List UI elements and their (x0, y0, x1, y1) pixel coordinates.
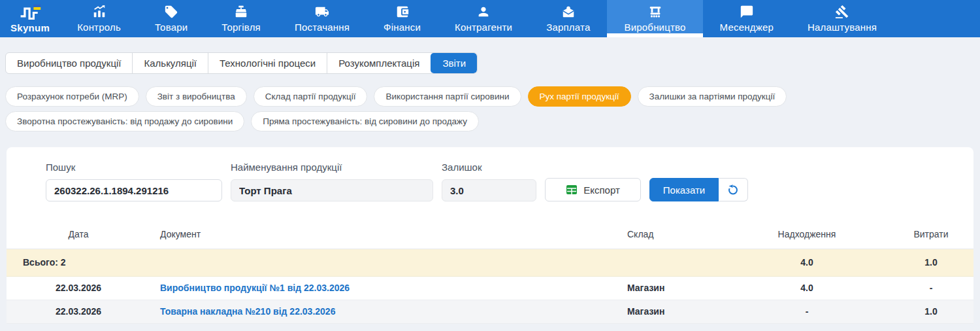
cell-warehouse: Магазин (595, 300, 725, 323)
nav-label: Контроль (77, 22, 121, 33)
cell-expense: 1.0 (889, 300, 973, 323)
cell-date: 22.03.2026 (7, 276, 150, 300)
nav-item-control[interactable]: Контроль (60, 0, 138, 37)
chat-icon (740, 5, 754, 19)
tab-reports[interactable]: Звіти (431, 53, 477, 73)
header-warehouse: Склад (595, 220, 725, 249)
skynum-logo[interactable]: Skynum (0, 0, 60, 37)
spreadsheet-icon (566, 184, 578, 196)
product-label: Найменування продукції (231, 162, 433, 173)
nav-item-goods[interactable]: Товари (138, 0, 204, 37)
nav-item-production[interactable]: Виробництво (607, 0, 702, 37)
balance-label: Залишок (442, 162, 536, 173)
cell-income: - (725, 300, 889, 323)
header-expense: Витрати (889, 220, 973, 249)
pill-batch-balances[interactable]: Залишки за партіями продукції (638, 86, 787, 107)
logo-text: Skynum (10, 22, 50, 33)
top-navigation: Skynum Контроль Товари Торгівля Постачан… (0, 0, 980, 37)
report-card: Пошук Найменування продукції Залишок Екс… (7, 147, 973, 324)
nav-item-counterparties[interactable]: Контрагенти (438, 0, 529, 37)
salary-envelope-icon (561, 5, 576, 19)
chart-icon (92, 5, 106, 19)
report-pills: Розрахунок потреби (MRP) Звіт з виробниц… (5, 86, 975, 131)
export-label: Експорт (583, 184, 620, 196)
pill-batch-movement[interactable]: Рух партії продукції (528, 86, 631, 107)
pill-mrp[interactable]: Розрахунок потреби (MRP) (5, 86, 139, 107)
cell-income: 4.0 (725, 276, 889, 300)
document-link[interactable]: Виробництво продукції №1 від 22.03.2026 (160, 283, 350, 293)
batch-movement-table: Дата Документ Склад Надходження Витрати … (7, 220, 973, 324)
cell-warehouse: Магазин (595, 276, 725, 300)
nav-label: Контрагенти (455, 22, 512, 33)
wallet-icon (395, 5, 410, 19)
total-income: 4.0 (725, 249, 889, 276)
nav-label: Месенджер (720, 22, 774, 33)
tag-icon (164, 5, 178, 19)
skynum-pulse-icon (17, 4, 43, 22)
nav-item-settings[interactable]: Налаштування (791, 0, 894, 37)
person-icon (476, 5, 491, 19)
nav-label: Постачання (295, 22, 350, 33)
nav-item-finance[interactable]: Фінанси (367, 0, 438, 37)
tab-production-output[interactable]: Виробництво продукції (6, 53, 132, 73)
nav-item-supply[interactable]: Постачання (278, 0, 367, 37)
nav-label: Торгівля (221, 22, 261, 33)
pill-raw-batch-usage[interactable]: Використання партії сировини (374, 86, 521, 107)
nav-label: Товари (155, 22, 188, 33)
cell-expense: - (889, 276, 973, 300)
total-row: Всього: 2 4.0 1.0 (7, 249, 973, 276)
tab-tech-processes[interactable]: Технологічні процеси (208, 53, 327, 73)
total-label: Всього: 2 (7, 249, 725, 276)
table-row: 22.03.2026 Виробництво продукції №1 від … (7, 276, 973, 300)
table-header-row: Дата Документ Склад Надходження Витрати (7, 220, 973, 249)
table-row: 22.03.2026 Товарна накладна №210 від 22.… (7, 300, 973, 323)
tab-disassembly[interactable]: Розукомплектація (327, 53, 431, 73)
nav-item-salary[interactable]: Зарплата (529, 0, 607, 37)
total-expense: 1.0 (889, 249, 973, 276)
ukraine-flag-blue (33, 5, 41, 7)
nav-item-trade[interactable]: Торгівля (204, 0, 278, 37)
refresh-icon (726, 183, 740, 197)
nav-label: Налаштування (808, 22, 877, 33)
nav-label: Фінанси (384, 22, 421, 33)
nav-label: Виробництво (624, 22, 685, 33)
cash-register-icon (234, 5, 248, 19)
show-button-group: Показати (649, 178, 748, 201)
nav-label: Зарплата (546, 22, 590, 33)
product-field: Найменування продукції (231, 162, 433, 201)
ukraine-flag-yellow (33, 7, 41, 10)
pill-forward-traceability[interactable]: Пряма простежуваність: від сировини до п… (251, 111, 479, 131)
filters-row: Пошук Найменування продукції Залишок Екс… (7, 147, 973, 201)
factory-icon (648, 5, 662, 19)
reset-button[interactable] (719, 178, 748, 201)
header-date: Дата (7, 220, 150, 249)
gavel-icon (835, 5, 849, 19)
pill-backward-traceability[interactable]: Зворотна простежуваність: від продажу до… (5, 111, 244, 131)
document-link[interactable]: Товарна накладна №210 від 22.03.2026 (160, 306, 335, 317)
pill-batch-composition[interactable]: Склад партії продукції (253, 86, 368, 107)
search-input[interactable] (46, 179, 222, 201)
export-button[interactable]: Експорт (545, 178, 641, 201)
search-label: Пошук (46, 162, 222, 173)
pill-production-report[interactable]: Звіт з виробництва (146, 86, 247, 107)
balance-input (442, 179, 536, 201)
show-button[interactable]: Показати (649, 178, 719, 201)
product-input (231, 179, 433, 201)
cell-date: 22.03.2026 (7, 300, 150, 323)
balance-field: Залишок (442, 162, 536, 201)
header-income: Надходження (725, 220, 889, 249)
header-document: Документ (150, 220, 595, 249)
nav-item-messenger[interactable]: Месенджер (703, 0, 791, 37)
search-field: Пошук (46, 162, 222, 201)
production-tabbar: Виробництво продукції Калькуляції Технол… (5, 52, 478, 74)
tab-calculations[interactable]: Калькуляції (132, 53, 208, 73)
truck-icon (315, 5, 329, 19)
